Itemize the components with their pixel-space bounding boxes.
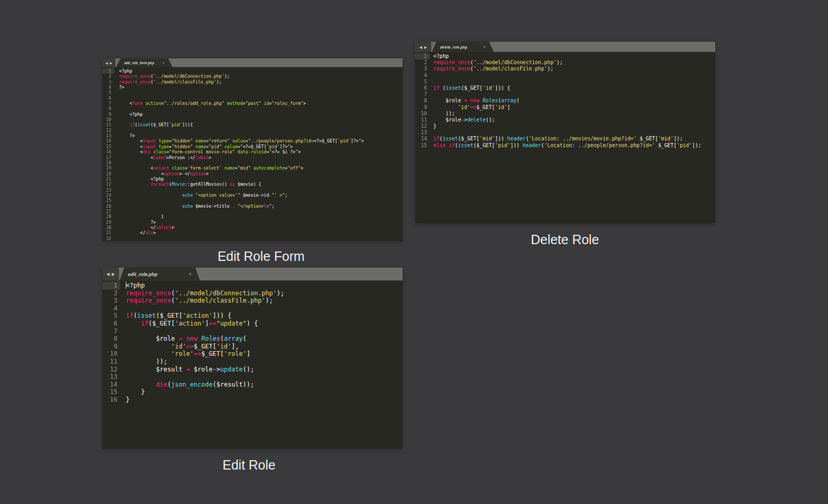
- code-line[interactable]: [126, 305, 403, 313]
- line-number: 9: [415, 104, 430, 111]
- next-tab-icon[interactable]: ▶: [112, 272, 115, 277]
- code-line[interactable]: [119, 95, 403, 101]
- code-line[interactable]: [433, 73, 715, 79]
- code-line[interactable]: ));: [433, 111, 715, 117]
- code-line[interactable]: else if(isset($_GET['pid'])) header('Loc…: [433, 142, 715, 149]
- code-line[interactable]: <input type="hidden" name="pid" value="<…: [119, 144, 403, 149]
- code-line[interactable]: <div class="form-control movie-role" dat…: [119, 149, 403, 154]
- prev-tab-icon[interactable]: ◀: [419, 45, 422, 49]
- code-editor[interactable]: 123456789101112131415 <?phprequire_once(…: [415, 52, 715, 223]
- code-line[interactable]: $result = $role->update();: [126, 366, 403, 374]
- line-number: 3: [102, 79, 114, 85]
- code-line[interactable]: </div>: [119, 230, 403, 235]
- caption-edit-role-form: Edit Role Form: [218, 249, 305, 264]
- code-line[interactable]: $role = new Roles(array(: [433, 98, 715, 104]
- tab-add-role-form[interactable]: add_role_form.php ×: [116, 58, 173, 67]
- line-number: 2: [415, 59, 430, 66]
- prev-tab-icon[interactable]: ◀: [105, 62, 108, 65]
- code-line[interactable]: require_once('../model/classFile.php');: [119, 79, 403, 85]
- tab-edit-role[interactable]: edit_role.php ×: [120, 268, 200, 281]
- next-tab-icon[interactable]: ▶: [424, 45, 427, 49]
- tab-delete-role[interactable]: delete_role.php ×: [432, 42, 494, 52]
- code-line[interactable]: [126, 328, 403, 335]
- code-line[interactable]: <input type="hidden" name="return" value…: [119, 138, 403, 143]
- code-area[interactable]: <?phprequire_once('../model/dbConnection…: [430, 53, 715, 223]
- line-number: 2: [102, 74, 114, 79]
- code-line[interactable]: if($_GET['action']=="update") {: [126, 320, 403, 328]
- code-line[interactable]: require_once('../model/classFile.php');: [126, 297, 403, 305]
- code-line[interactable]: <?php: [119, 112, 403, 117]
- line-number: 11: [102, 358, 120, 366]
- code-line[interactable]: ));: [126, 358, 403, 366]
- code-line[interactable]: require_once('../model/dbConnection.php'…: [119, 74, 403, 79]
- code-line[interactable]: <option> </option>: [119, 171, 403, 176]
- code-line[interactable]: if(isset($_GET['pid'])){: [119, 122, 403, 127]
- line-number: 29: [102, 220, 114, 225]
- code-line[interactable]: die(json_encode($result));: [126, 381, 403, 389]
- code-line[interactable]: ?>: [119, 85, 403, 90]
- code-line[interactable]: if(isset($_GET['mid'])) header('Location…: [433, 136, 715, 142]
- tab-title: edit_role.php: [128, 272, 158, 277]
- code-line[interactable]: foreach(Movie::getAllMovies() as $movie)…: [119, 182, 403, 187]
- close-tab-icon[interactable]: ×: [483, 45, 486, 49]
- code-line[interactable]: <?php: [433, 53, 715, 59]
- code-line[interactable]: [119, 160, 403, 165]
- code-line[interactable]: 'id'=>$_GET['id'],: [126, 343, 403, 351]
- code-line[interactable]: [119, 198, 403, 203]
- line-number: 15: [102, 144, 114, 149]
- code-line[interactable]: [433, 91, 715, 98]
- tab-bar: ◀ ▶ delete_role.php ×: [415, 42, 715, 52]
- code-line[interactable]: 'role'=>$_GET['role']: [126, 350, 403, 358]
- code-editor[interactable]: 12345678910111213141516 <?phprequire_onc…: [102, 281, 403, 449]
- code-line[interactable]: [119, 128, 403, 133]
- code-line[interactable]: }: [126, 388, 403, 396]
- line-number: 28: [102, 214, 114, 219]
- code-line[interactable]: <label>Person :</label>: [119, 155, 403, 160]
- line-number: 26: [102, 203, 114, 209]
- line-number: 1: [102, 282, 120, 290]
- code-line[interactable]: [433, 79, 715, 85]
- close-tab-icon[interactable]: ×: [188, 272, 192, 277]
- code-line[interactable]: [119, 236, 403, 241]
- code-line[interactable]: <form action="../roles/add_role.php" met…: [119, 101, 403, 106]
- code-editor[interactable]: 1234567891011121314151617181920212223242…: [102, 67, 403, 241]
- code-line[interactable]: [126, 373, 403, 381]
- close-tab-icon[interactable]: ×: [162, 61, 164, 65]
- line-number: 13: [415, 129, 430, 136]
- line-number: 32: [102, 236, 114, 241]
- line-number: 15: [102, 388, 120, 396]
- code-line[interactable]: echo "<option value='".$movie->id."' >";: [119, 193, 403, 198]
- code-line[interactable]: require_once('../model/classFile.php');: [433, 66, 715, 72]
- code-line[interactable]: }: [119, 214, 403, 219]
- code-line[interactable]: require_once('../model/dbConnection.php'…: [126, 290, 403, 297]
- code-line[interactable]: ?>: [119, 133, 403, 138]
- code-line[interactable]: require_once('../model/dbConnection.php'…: [433, 59, 715, 66]
- code-line[interactable]: </select>: [119, 225, 403, 230]
- code-line[interactable]: if (isset($_GET['id'])) {: [433, 85, 715, 91]
- code-line[interactable]: [119, 187, 403, 193]
- code-line[interactable]: if(isset($_GET['action'])) {: [126, 312, 403, 320]
- prev-tab-icon[interactable]: ◀: [107, 272, 110, 277]
- code-line[interactable]: ?>: [119, 220, 403, 225]
- code-line[interactable]: echo $movie->title . "</option>\n";: [119, 203, 403, 209]
- code-line[interactable]: <?php: [126, 282, 403, 290]
- line-number: 4: [102, 85, 114, 90]
- code-line[interactable]: <?php: [119, 176, 403, 182]
- line-number: 8: [415, 98, 430, 104]
- line-number: 30: [102, 225, 114, 230]
- code-line[interactable]: }: [433, 123, 715, 129]
- code-line[interactable]: [119, 106, 403, 111]
- code-line[interactable]: [433, 129, 715, 136]
- code-line[interactable]: [119, 117, 403, 122]
- code-line[interactable]: 'id'=>$_GET['id']: [433, 104, 715, 111]
- next-tab-icon[interactable]: ▶: [110, 62, 113, 65]
- code-line[interactable]: [119, 209, 403, 214]
- code-line[interactable]: <select class='form-select' name="mid" a…: [119, 165, 403, 171]
- code-line[interactable]: [119, 90, 403, 95]
- code-line[interactable]: }: [126, 396, 403, 404]
- code-line[interactable]: <?php: [119, 68, 403, 74]
- code-line[interactable]: $role->delete();: [433, 117, 715, 123]
- code-area[interactable]: <?phprequire_once('../model/dbConnection…: [120, 282, 403, 449]
- code-line[interactable]: $role = new Roles(array(: [126, 335, 403, 343]
- code-area[interactable]: <?phprequire_once('../model/dbConnection…: [114, 68, 403, 241]
